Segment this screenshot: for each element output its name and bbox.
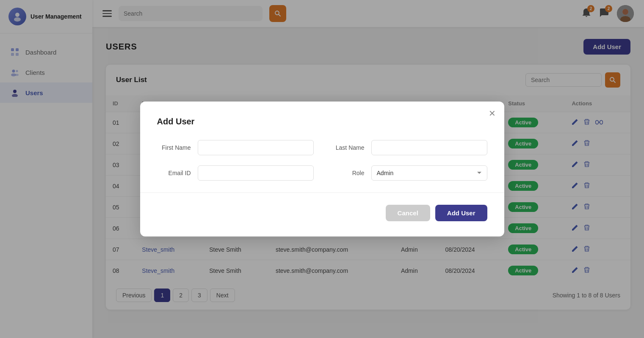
first-name-label: First Name: [157, 144, 191, 151]
email-input[interactable]: [198, 165, 314, 181]
last-name-label: Last Name: [331, 144, 365, 151]
email-label: Email ID: [157, 170, 191, 176]
modal-divider: [140, 192, 504, 193]
first-name-input[interactable]: [198, 140, 314, 155]
last-name-field-group: Last Name: [331, 140, 487, 155]
modal-actions: Cancel Add User: [157, 205, 487, 221]
last-name-input[interactable]: [371, 140, 487, 155]
cancel-button[interactable]: Cancel: [386, 205, 430, 221]
first-name-field-group: First Name: [157, 140, 314, 155]
modal-close-button[interactable]: ✕: [489, 109, 496, 118]
role-label: Role: [331, 170, 365, 176]
modal-title: Add User: [157, 117, 487, 126]
modal-overlay[interactable]: Add User ✕ First Name Last Name Email ID…: [0, 0, 644, 338]
add-user-modal: Add User ✕ First Name Last Name Email ID…: [140, 102, 504, 236]
role-field-group: Role Admin User Manager: [331, 165, 487, 181]
modal-add-user-button[interactable]: Add User: [435, 205, 487, 221]
role-select[interactable]: Admin User Manager: [371, 165, 487, 181]
email-field-group: Email ID: [157, 165, 314, 181]
